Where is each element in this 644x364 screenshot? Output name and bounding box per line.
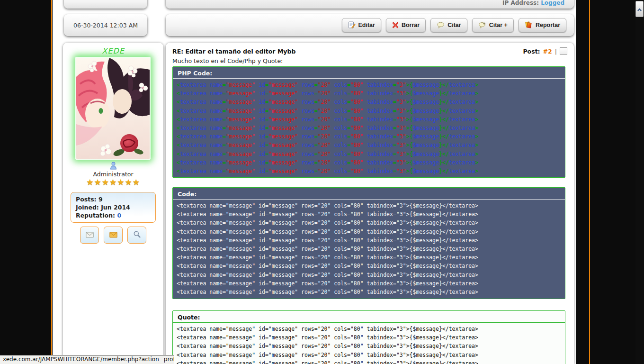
code-line: <textarea name="message" id="message" ro… [177, 342, 561, 350]
posts-stat: Posts: 9 [76, 195, 151, 203]
quote-header: Quote: [173, 311, 565, 323]
ip-address-label: IP Address: [502, 0, 539, 6]
citar-label: Citar [447, 22, 461, 28]
search-icon [133, 230, 141, 240]
post-title-row: RE: Editar el tamaño del editor Mybb Pos… [172, 47, 567, 55]
reportar-button[interactable]: Reportar [519, 18, 566, 32]
code-line: <textarea name="message" id="message" ro… [177, 141, 561, 149]
profile-actions [63, 227, 163, 244]
code-line: <textarea name="message" id="message" ro… [177, 325, 561, 333]
post-toolbar: Editar Borrar Citar Citar + Reportar [166, 14, 574, 36]
code-lines: <textarea name="message" id="message" ro… [173, 200, 565, 296]
code-line: <textarea name="message" id="message" ro… [177, 262, 561, 270]
code-line: <textarea name="message" id="message" ro… [177, 288, 561, 296]
pm-icon [109, 231, 117, 240]
person-icon [63, 162, 163, 172]
joined-stat: Joined: Jun 2014 [76, 203, 151, 211]
private-message-button[interactable] [104, 227, 123, 244]
post-date-cell: 06-30-2014 12:03 AM [64, 14, 147, 36]
scroll-up-button[interactable] [635, 1, 644, 17]
code-line: <textarea name="message" id="message" ro… [177, 132, 561, 141]
post-number-link[interactable]: #2 [543, 48, 552, 55]
post-intro-text: Mucho texto en el Code/Php y Quote: [172, 57, 283, 64]
delete-icon [392, 22, 399, 28]
code-line: <textarea name="message" id="message" ro… [177, 228, 561, 236]
code-line: <textarea name="message" id="message" ro… [177, 98, 561, 106]
star-icon: ★ [86, 177, 94, 187]
quote-block: Quote: <textarea name="message" id="mess… [172, 310, 565, 364]
user-avatar[interactable] [75, 57, 151, 160]
user-title: Administrator [63, 171, 163, 178]
edit-icon [348, 21, 356, 29]
citar-plus-label: Citar + [489, 22, 508, 28]
code-line: <textarea name="message" id="message" ro… [177, 167, 561, 175]
code-line: <textarea name="message" id="message" ro… [177, 115, 561, 124]
post-label: Post: [523, 48, 540, 55]
post-body-panel: RE: Editar el tamaño del editor Mybb Pos… [166, 43, 574, 364]
citar-button[interactable]: Citar [430, 18, 467, 32]
code-line: <textarea name="message" id="message" ro… [177, 245, 561, 253]
code-line: <textarea name="message" id="message" ro… [177, 218, 561, 227]
quote-icon [437, 22, 445, 29]
code-line: <textarea name="message" id="message" ro… [177, 81, 561, 89]
avatar-image [76, 58, 150, 159]
code-line: <textarea name="message" id="message" ro… [177, 333, 561, 342]
previous-post-footer: IP Address: Logged [166, 0, 574, 9]
post-meta: Post: #2 | [523, 47, 567, 55]
post-title: RE: Editar el tamaño del editor Mybb [172, 48, 295, 55]
ip-logged-link[interactable]: Logged [541, 0, 564, 6]
editar-button[interactable]: Editar [342, 18, 381, 32]
star-icon: ★ [94, 177, 101, 187]
code-line: <textarea name="message" id="message" ro… [177, 89, 561, 98]
vertical-scrollbar[interactable] [635, 0, 644, 364]
editar-label: Editar [358, 22, 375, 28]
star-rating: ★★★★★★★ [63, 177, 163, 187]
php-code-lines: <textarea name="message" id="message" ro… [173, 79, 565, 175]
email-icon [86, 231, 94, 240]
code-block: Code: <textarea name="message" id="messa… [172, 187, 565, 299]
code-line: <textarea name="message" id="message" ro… [177, 150, 561, 158]
post-date: 06-30-2014 12:03 AM [73, 22, 138, 29]
php-code-header: PHP Code: [173, 67, 565, 79]
code-line: <textarea name="message" id="message" ro… [177, 210, 561, 218]
reputation-link[interactable]: 0 [117, 212, 121, 219]
star-icon: ★ [102, 177, 109, 187]
page-left-border [51, 0, 52, 364]
ip-address-line: IP Address: Logged [502, 0, 564, 6]
user-stats-box: Posts: 9 Joined: Jun 2014 Reputation: 0 [71, 192, 156, 223]
code-line: <textarea name="message" id="message" ro… [177, 271, 561, 279]
previous-post-left-cell [64, 0, 147, 9]
chevron-up-icon [637, 5, 642, 14]
quote-plus-icon [478, 22, 486, 29]
user-info-panel: XEDE [63, 43, 163, 364]
quote-lines: <textarea name="message" id="message" ro… [173, 323, 565, 364]
php-code-block: PHP Code: <textarea name="message" id="m… [172, 66, 565, 178]
code-line: <textarea name="message" id="message" ro… [177, 279, 561, 288]
reputation-stat: Reputation: 0 [76, 211, 151, 219]
find-posts-button[interactable] [127, 227, 146, 244]
username-link[interactable]: XEDE [63, 46, 163, 55]
page-right-border [589, 0, 590, 364]
star-icon: ★ [109, 177, 117, 187]
star-icon: ★ [133, 177, 140, 187]
star-icon: ★ [117, 177, 125, 187]
star-icon: ★ [125, 177, 132, 187]
browser-status-bar: xede.com.ar/JAMPSWHITEORANGE/member.php?… [0, 355, 174, 364]
borrar-button[interactable]: Borrar [386, 18, 426, 32]
email-button[interactable] [80, 227, 99, 244]
report-icon [525, 21, 533, 29]
meta-separator: | [555, 48, 557, 55]
code-line: <textarea name="message" id="message" ro… [177, 201, 561, 210]
code-line: <textarea name="message" id="message" ro… [177, 351, 561, 359]
code-header: Code: [173, 188, 565, 200]
reportar-label: Reportar [536, 22, 560, 28]
code-line: <textarea name="message" id="message" ro… [177, 253, 561, 262]
select-post-checkbox[interactable] [560, 47, 567, 55]
code-line: <textarea name="message" id="message" ro… [177, 359, 561, 364]
code-line: <textarea name="message" id="message" ro… [177, 158, 561, 167]
borrar-label: Borrar [402, 22, 420, 28]
code-line: <textarea name="message" id="message" ro… [177, 124, 561, 132]
code-line: <textarea name="message" id="message" ro… [177, 236, 561, 245]
citar-plus-button[interactable]: Citar + [472, 18, 514, 32]
code-line: <textarea name="message" id="message" ro… [177, 107, 561, 115]
